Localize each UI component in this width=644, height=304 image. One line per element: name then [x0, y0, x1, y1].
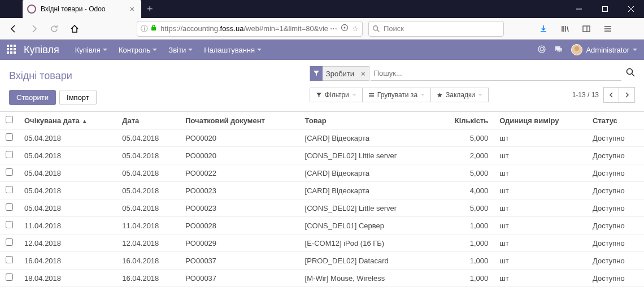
- cell-expected: 12.04.2018: [19, 234, 116, 252]
- browser-toolbar-right: [534, 20, 617, 38]
- col-expected[interactable]: Очікувана дата▲: [19, 112, 116, 129]
- cell-expected: 05.04.2018: [19, 199, 116, 217]
- col-uom[interactable]: Одиниця виміру: [494, 112, 587, 129]
- pager: 1-13 / 13: [572, 87, 635, 103]
- row-checkbox[interactable]: [6, 186, 13, 193]
- pager-value[interactable]: 1-13 / 13: [572, 91, 599, 99]
- menu-item-3[interactable]: Налаштування: [199, 42, 266, 58]
- mail-icon[interactable]: [537, 45, 546, 55]
- row-checkbox[interactable]: [6, 273, 13, 281]
- cell-source: PO00022: [180, 164, 299, 182]
- chevron-down-icon: [103, 49, 107, 51]
- maximize-button[interactable]: [592, 0, 618, 18]
- page-actions-icon[interactable]: ⋯: [330, 24, 337, 33]
- browser-search[interactable]: Поиск: [368, 21, 504, 37]
- cell-uom: шт: [494, 129, 587, 147]
- cell-date: 16.04.2018: [116, 270, 180, 287]
- cell-date: 05.04.2018: [116, 182, 180, 199]
- lock-icon: [150, 24, 157, 33]
- library-icon[interactable]: [556, 20, 574, 38]
- close-window-button[interactable]: [618, 0, 644, 18]
- row-checkbox[interactable]: [6, 151, 13, 158]
- cell-date: 16.04.2018: [116, 252, 180, 270]
- cell-product: [CARD] Відеокарта: [299, 129, 435, 147]
- table-row[interactable]: 11.04.201811.04.2018PO00028[CONS_DEL01] …: [0, 217, 644, 234]
- table-row[interactable]: 05.04.201805.04.2018PO00023[CONS_DEL02] …: [0, 199, 644, 217]
- home-button[interactable]: [66, 20, 84, 38]
- table-row[interactable]: 12.04.201812.04.2018PO00029[E-COM12] iPo…: [0, 234, 644, 252]
- menu-item-0[interactable]: Купівля: [71, 42, 112, 58]
- address-bar[interactable]: ⓘ https://accounting.foss.ua/web#min=1&l…: [137, 21, 363, 37]
- discuss-icon[interactable]: [554, 45, 563, 55]
- cell-uom: шт: [494, 164, 587, 182]
- import-button[interactable]: Імпорт: [59, 90, 97, 105]
- favorites-button[interactable]: Закладки: [431, 88, 489, 102]
- menu-icon[interactable]: [599, 20, 617, 38]
- cell-date: 05.04.2018: [116, 164, 180, 182]
- facet-remove-icon[interactable]: ×: [358, 70, 369, 78]
- row-checkbox[interactable]: [6, 203, 13, 211]
- cell-status: Доступно: [587, 199, 644, 217]
- cell-qty: 1,000: [435, 234, 494, 252]
- apps-icon[interactable]: [7, 45, 16, 55]
- row-checkbox[interactable]: [6, 221, 13, 228]
- forward-button[interactable]: [25, 20, 43, 38]
- create-button[interactable]: Створити: [9, 90, 56, 105]
- cell-product: [CARD] Відеокарта: [299, 164, 435, 182]
- list-view[interactable]: Очікувана дата▲ Дата Початковий документ…: [0, 111, 644, 297]
- identity-icon[interactable]: ⓘ: [141, 24, 148, 34]
- table-row[interactable]: 16.04.201816.04.2018PO00037[PROD_DEL02] …: [0, 252, 644, 270]
- chevron-down-icon: [633, 49, 637, 51]
- cell-status: Доступно: [587, 182, 644, 199]
- table-row[interactable]: 05.04.201805.04.2018PO00020[CONS_DEL02] …: [0, 147, 644, 164]
- svg-point-24: [627, 69, 633, 75]
- cell-date: 05.04.2018: [116, 129, 180, 147]
- col-qty[interactable]: Кількість: [435, 112, 494, 129]
- reader-icon[interactable]: [341, 24, 349, 33]
- user-menu[interactable]: Administrator: [571, 44, 637, 55]
- pager-prev-button[interactable]: [603, 87, 619, 103]
- main-menu: КупівляКонтрольЗвітиНалаштування: [71, 42, 266, 58]
- search-icon[interactable]: [626, 68, 635, 79]
- minimize-button[interactable]: [566, 0, 592, 18]
- cell-product: [M-Wir] Mouse, Wireless: [299, 270, 435, 287]
- svg-rect-20: [7, 51, 9, 54]
- menu-item-2[interactable]: Звіти: [164, 42, 197, 58]
- cell-product: [CONS_DEL02] Little server: [299, 199, 435, 217]
- row-checkbox[interactable]: [6, 256, 13, 263]
- search-input[interactable]: [371, 66, 621, 81]
- sidebar-toggle-icon[interactable]: [577, 20, 595, 38]
- table-row[interactable]: 05.04.201805.04.2018PO00022[CARD] Відеок…: [0, 164, 644, 182]
- table-row[interactable]: 05.04.201805.04.2018PO00020[CARD] Відеок…: [0, 129, 644, 147]
- filters-button[interactable]: Фільтри: [310, 88, 363, 102]
- tab-title: Вхідні товари - Odoo: [41, 5, 122, 13]
- select-all-checkbox[interactable]: [6, 116, 13, 123]
- new-tab-button[interactable]: +: [141, 3, 159, 15]
- row-checkbox[interactable]: [6, 238, 13, 246]
- back-button[interactable]: [5, 20, 23, 38]
- downloads-icon[interactable]: [534, 20, 552, 38]
- pager-next-button[interactable]: [619, 87, 635, 103]
- col-product[interactable]: Товар: [299, 112, 435, 129]
- cell-status: Доступно: [587, 147, 644, 164]
- close-tab-icon[interactable]: ×: [128, 5, 137, 14]
- menu-item-1[interactable]: Контроль: [114, 42, 162, 58]
- col-source[interactable]: Початковий документ: [180, 112, 299, 129]
- cell-date: 12.04.2018: [116, 234, 180, 252]
- cell-uom: шт: [494, 199, 587, 217]
- col-status[interactable]: Статус: [587, 112, 644, 129]
- data-table: Очікувана дата▲ Дата Початковий документ…: [0, 111, 644, 287]
- bookmark-star-icon[interactable]: ☆: [352, 24, 359, 33]
- col-date[interactable]: Дата: [116, 112, 180, 129]
- groupby-button[interactable]: Групувати за: [363, 88, 431, 102]
- row-checkbox[interactable]: [6, 168, 13, 176]
- table-row[interactable]: 18.04.201816.04.2018PO00037[M-Wir] Mouse…: [0, 270, 644, 287]
- window-controls: [566, 0, 644, 18]
- url-actions: ⋯ ☆: [330, 24, 359, 33]
- cell-qty: 5,000: [435, 129, 494, 147]
- table-row[interactable]: 05.04.201805.04.2018PO00023[CARD] Відеок…: [0, 182, 644, 199]
- browser-tab[interactable]: Вхідні товари - Odoo ×: [23, 0, 141, 18]
- row-checkbox[interactable]: [6, 133, 13, 141]
- reload-button[interactable]: [45, 20, 63, 38]
- chevron-down-icon: [153, 49, 157, 51]
